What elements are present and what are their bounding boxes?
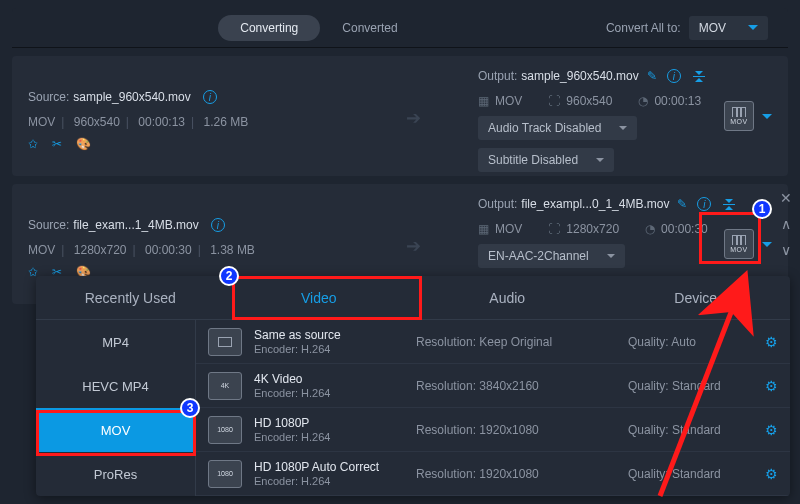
output-info-icon[interactable]: i bbox=[667, 69, 681, 83]
preset-quality: Quality: Standard bbox=[628, 423, 753, 437]
source-row: Source: file_exam...1_4MB.mov i bbox=[28, 213, 348, 237]
move-up-icon[interactable]: ∧ bbox=[781, 216, 791, 232]
source-label: Source: bbox=[28, 90, 69, 104]
convert-all-to: Convert All to: MOV bbox=[606, 16, 768, 40]
format-preset-panel: Recently Used Video Audio Device MP4 HEV… bbox=[36, 276, 790, 496]
format-item-mov[interactable]: MOV bbox=[36, 408, 195, 452]
arrow-right-icon: ➔ bbox=[400, 107, 426, 129]
preset-thumb: 4K bbox=[208, 372, 242, 400]
format-item-mp4[interactable]: MP4 bbox=[36, 320, 195, 364]
compress-icon[interactable] bbox=[721, 199, 737, 210]
audio-track-value: Audio Track Disabled bbox=[488, 121, 601, 135]
out-format: MOV bbox=[495, 94, 522, 108]
src-duration: 00:00:30 bbox=[145, 243, 192, 257]
preset-row[interactable]: 1080HD 1080PEncoder: H.264Resolution: 19… bbox=[196, 408, 790, 452]
output-row: Output: file_exampl...0_1_4MB.mov ✎ i bbox=[478, 192, 772, 216]
edit-name-icon[interactable]: ✎ bbox=[677, 197, 687, 211]
clock-icon: ◔ bbox=[638, 94, 648, 108]
preset-thumb: 1080 bbox=[208, 416, 242, 444]
preset-name: 4K Video bbox=[254, 372, 404, 386]
preset-category-tabs: Recently Used Video Audio Device bbox=[36, 276, 790, 320]
source-meta: MOV| 1280x720| 00:00:30| 1.38 MB bbox=[28, 243, 348, 257]
audio-track-dropdown[interactable]: Audio Track Disabled bbox=[478, 116, 637, 140]
info-icon[interactable]: i bbox=[211, 218, 225, 232]
output-label: Output: bbox=[478, 69, 517, 83]
gear-icon[interactable]: ⚙ bbox=[765, 466, 778, 482]
preset-resolution: Resolution: 3840x2160 bbox=[416, 379, 616, 393]
src-size: 1.38 MB bbox=[210, 243, 255, 257]
move-down-icon[interactable]: ∨ bbox=[781, 242, 791, 258]
format-item-hevc-mp4[interactable]: HEVC MP4 bbox=[36, 364, 195, 408]
format-item-prores[interactable]: ProRes bbox=[36, 452, 195, 496]
preset-quality: Quality: Auto bbox=[628, 335, 753, 349]
src-format: MOV bbox=[28, 115, 55, 129]
preset-encoder: Encoder: H.264 bbox=[254, 343, 404, 355]
compress-icon[interactable] bbox=[691, 71, 707, 82]
output-format-thumb[interactable]: MOV bbox=[724, 229, 754, 259]
output-row: Output: sample_960x540.mov ✎ i bbox=[478, 64, 772, 88]
tab-device[interactable]: Device bbox=[602, 276, 791, 319]
tab-video[interactable]: Video bbox=[225, 276, 414, 319]
source-filename: sample_960x540.mov bbox=[73, 90, 190, 104]
format-dropdown-trigger[interactable] bbox=[762, 114, 772, 119]
src-resolution: 960x540 bbox=[74, 115, 120, 129]
clock-icon: ◔ bbox=[645, 222, 655, 236]
subtitle-dropdown[interactable]: Subtitle Disabled bbox=[478, 148, 614, 172]
expand-icon: ⛶ bbox=[548, 222, 560, 236]
tab-recently-used[interactable]: Recently Used bbox=[36, 276, 225, 319]
info-icon[interactable]: i bbox=[203, 90, 217, 104]
src-format: MOV bbox=[28, 243, 55, 257]
preset-row[interactable]: 4K4K VideoEncoder: H.264Resolution: 3840… bbox=[196, 364, 790, 408]
tab-audio[interactable]: Audio bbox=[413, 276, 602, 319]
output-info-icon[interactable]: i bbox=[697, 197, 711, 211]
source-meta: MOV| 960x540| 00:00:13| 1.26 MB bbox=[28, 115, 348, 129]
output-format-thumb[interactable]: MOV bbox=[724, 101, 754, 131]
out-resolution: 1280x720 bbox=[566, 222, 619, 236]
convert-all-format-value: MOV bbox=[699, 21, 726, 35]
preset-resolution: Resolution: Keep Original bbox=[416, 335, 616, 349]
expand-icon: ⛶ bbox=[548, 94, 560, 108]
film-icon: ▦ bbox=[478, 222, 489, 236]
edit-tools: ✩ ✂ 🎨 bbox=[28, 137, 348, 151]
preset-resolution: Resolution: 1920x1080 bbox=[416, 467, 616, 481]
arrow-right-icon: ➔ bbox=[400, 235, 426, 257]
gear-icon[interactable]: ⚙ bbox=[765, 378, 778, 394]
close-icon[interactable]: ✕ bbox=[780, 190, 792, 206]
format-dropdown-trigger[interactable] bbox=[762, 242, 772, 247]
preset-name: HD 1080P Auto Correct bbox=[254, 460, 404, 474]
preset-quality: Quality: Standard bbox=[628, 379, 753, 393]
annotation-marker-1: 1 bbox=[752, 199, 772, 219]
palette-icon[interactable]: 🎨 bbox=[76, 137, 91, 151]
preset-quality: Quality: Standard bbox=[628, 467, 753, 481]
src-duration: 00:00:13 bbox=[138, 115, 185, 129]
annotation-marker-3: 3 bbox=[180, 398, 200, 418]
tab-converting[interactable]: Converting bbox=[218, 15, 320, 41]
source-filename: file_exam...1_4MB.mov bbox=[73, 218, 198, 232]
effects-icon[interactable]: ✩ bbox=[28, 137, 38, 151]
out-resolution: 960x540 bbox=[566, 94, 612, 108]
file-card: Source: sample_960x540.mov i MOV| 960x54… bbox=[12, 56, 788, 176]
audio-track-dropdown[interactable]: EN-AAC-2Channel bbox=[478, 244, 625, 268]
chevron-down-icon bbox=[748, 25, 758, 30]
audio-track-value: EN-AAC-2Channel bbox=[488, 249, 589, 263]
convert-all-label: Convert All to: bbox=[606, 21, 681, 35]
preset-list: Same as sourceEncoder: H.264Resolution: … bbox=[196, 320, 790, 496]
out-duration: 00:00:30 bbox=[661, 222, 708, 236]
preset-row[interactable]: 1080HD 1080P Auto CorrectEncoder: H.264R… bbox=[196, 452, 790, 496]
tab-converted[interactable]: Converted bbox=[320, 15, 419, 41]
preset-row[interactable]: Same as sourceEncoder: H.264Resolution: … bbox=[196, 320, 790, 364]
output-label: Output: bbox=[478, 197, 517, 211]
output-filename: sample_960x540.mov bbox=[521, 69, 638, 83]
output-filename: file_exampl...0_1_4MB.mov bbox=[521, 197, 669, 211]
preset-name: Same as source bbox=[254, 328, 404, 342]
gear-icon[interactable]: ⚙ bbox=[765, 422, 778, 438]
preset-thumb bbox=[208, 328, 242, 356]
gear-icon[interactable]: ⚙ bbox=[765, 334, 778, 350]
preset-resolution: Resolution: 1920x1080 bbox=[416, 423, 616, 437]
convert-all-format-dropdown[interactable]: MOV bbox=[689, 16, 768, 40]
trim-icon[interactable]: ✂ bbox=[52, 137, 62, 151]
out-format: MOV bbox=[495, 222, 522, 236]
source-label: Source: bbox=[28, 218, 69, 232]
source-row: Source: sample_960x540.mov i bbox=[28, 85, 348, 109]
edit-name-icon[interactable]: ✎ bbox=[647, 69, 657, 83]
